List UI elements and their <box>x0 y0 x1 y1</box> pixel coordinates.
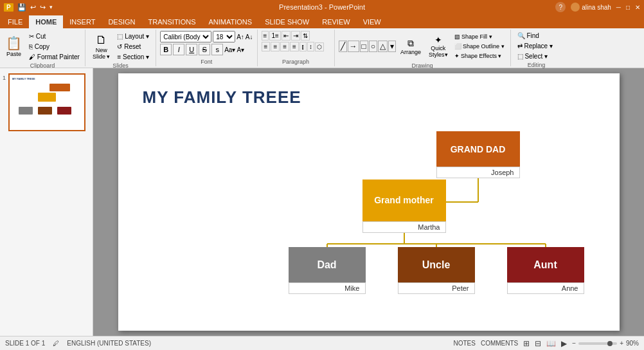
tab-design[interactable]: DESIGN <box>102 15 141 28</box>
zoom-in-btn[interactable]: + <box>620 340 623 347</box>
thumb-granddad <box>49 84 70 91</box>
slide-canvas[interactable]: MY FAMILY TREEE GRAND DAD <box>118 73 620 331</box>
shape-arrow[interactable]: → <box>348 41 359 52</box>
notes-btn[interactable]: NOTES <box>454 340 476 347</box>
granddad-name: Joseph <box>436 167 520 178</box>
tab-insert[interactable]: INSERT <box>63 15 102 28</box>
shape-more[interactable]: ▾ <box>388 41 396 52</box>
indent-more-btn[interactable]: ⇥ <box>291 31 300 41</box>
editing-label: Editing <box>515 62 559 68</box>
shape-outline-btn[interactable]: ⬜ Shape Outline ▾ <box>452 42 506 51</box>
title-bar: P 💾 ↩ ↪ ▾ Presentation3 - PowerPoint ? a… <box>0 0 644 14</box>
copy-btn[interactable]: ⎘ Copy <box>26 42 82 51</box>
bullets-btn[interactable]: ≡ <box>262 31 269 41</box>
char-spacing-btn[interactable]: Aa▾ <box>224 46 235 53</box>
close-btn[interactable]: ✕ <box>635 4 640 11</box>
comments-btn[interactable]: COMMENTS <box>481 340 518 347</box>
shape-effects-btn[interactable]: ✦ Shape Effects ▾ <box>452 51 506 60</box>
undo-icon[interactable]: ↩ <box>30 3 36 12</box>
language: ENGLISH (UNITED STATES) <box>67 340 151 347</box>
tab-animations[interactable]: ANIMATIONS <box>202 15 259 28</box>
text-direction-btn[interactable]: ⇅ <box>301 31 310 41</box>
convert-smartart-btn[interactable]: ⬡ <box>315 42 324 51</box>
format-painter-btn[interactable]: 🖌 Format Painter <box>26 52 82 62</box>
font-label: Font <box>160 59 253 65</box>
zoom-level: 90% <box>626 340 639 347</box>
underline-btn[interactable]: U <box>186 44 197 55</box>
tab-slideshow[interactable]: SLIDE SHOW <box>258 15 316 28</box>
thumb-uncle <box>38 107 52 115</box>
shape-triangle[interactable]: △ <box>378 41 388 52</box>
notes-icon[interactable]: 🖊 <box>53 340 59 347</box>
decrease-font-btn[interactable]: A↓ <box>246 33 253 41</box>
font-size-select[interactable]: 18 <box>213 31 235 42</box>
maximize-btn[interactable]: □ <box>626 4 630 11</box>
align-right-btn[interactable]: ≡ <box>280 42 289 51</box>
tab-home[interactable]: HOME <box>29 15 63 28</box>
save-icon[interactable]: 💾 <box>17 3 26 12</box>
slide-canvas-wrap: MY FAMILY TREEE GRAND DAD <box>93 68 644 336</box>
slideshow-btn[interactable]: ▶ <box>561 339 567 348</box>
arrange-btn[interactable]: ⧉ Arrange <box>397 31 424 62</box>
slide-panel-num: 1 <box>3 75 6 81</box>
tab-transitions[interactable]: TRANSITIONS <box>142 15 202 28</box>
replace-btn[interactable]: ⇄ Replace ▾ <box>515 41 559 51</box>
minimize-btn[interactable]: ─ <box>616 4 621 11</box>
increase-font-btn[interactable]: A↑ <box>237 33 244 41</box>
shape-rect[interactable]: □ <box>360 41 368 52</box>
section-btn[interactable]: ≡ Section ▾ <box>114 52 152 62</box>
shape-line[interactable]: ╱ <box>339 41 347 52</box>
justify-btn[interactable]: ≡ <box>290 42 299 51</box>
shape-fill-btn[interactable]: ▧ Shape Fill ▾ <box>452 32 506 41</box>
bold-btn[interactable]: B <box>160 44 172 55</box>
strikethrough-btn[interactable]: S <box>199 44 210 55</box>
user-avatar <box>571 3 580 12</box>
select-btn[interactable]: ⬚ Select ▾ <box>515 51 559 61</box>
dad-name: Mike <box>289 282 366 294</box>
app-logo: P <box>4 3 13 12</box>
layout-btn[interactable]: ⬚ Layout ▾ <box>114 32 152 41</box>
reset-btn[interactable]: ↺ Reset <box>114 42 152 51</box>
align-left-btn[interactable]: ≡ <box>262 42 271 51</box>
help-btn[interactable]: ? <box>555 2 566 12</box>
font-family-select[interactable]: Calibri (Body) <box>160 31 211 42</box>
italic-btn[interactable]: I <box>173 44 184 55</box>
zoom-slider[interactable] <box>578 342 617 345</box>
font-color-btn[interactable]: A▾ <box>237 46 244 53</box>
slide-thumbnail[interactable]: MY FAMILY TREEE <box>8 73 85 131</box>
text-columns-btn[interactable]: ⫿ <box>300 42 307 51</box>
tab-view[interactable]: VIEW <box>357 15 388 28</box>
paste-btn[interactable]: 📋 Paste <box>3 31 25 62</box>
zoom-thumb <box>607 341 613 346</box>
quick-access-more[interactable]: ▾ <box>49 4 53 10</box>
quick-styles-btn[interactable]: ✦ Quick Styles▾ <box>425 31 451 62</box>
numbering-btn[interactable]: 1≡ <box>269 31 280 41</box>
slide-sorter-btn[interactable]: ⊟ <box>535 339 541 348</box>
redo-icon[interactable]: ↪ <box>40 3 46 12</box>
ribbon-group-editing: 🔍 Find ⇄ Replace ▾ ⬚ Select ▾ Editing <box>511 30 562 66</box>
new-slide-btn[interactable]: 🗋 New Slide ▾ <box>89 31 114 62</box>
zoom-control: − + 90% <box>572 340 639 347</box>
aunt-name: Anne <box>507 282 584 294</box>
grandmom-name: Martha <box>362 221 446 233</box>
normal-view-btn[interactable]: ⊞ <box>523 339 530 348</box>
reading-view-btn[interactable]: 📖 <box>546 339 556 348</box>
tab-file[interactable]: FILE <box>1 15 29 28</box>
align-text-btn[interactable]: ↕ <box>307 42 314 51</box>
cut-btn[interactable]: ✂ Cut <box>26 32 82 41</box>
thumb-dad <box>19 107 33 115</box>
uncle-node: Uncle Peter <box>398 247 475 294</box>
status-bar: SLIDE 1 OF 1 🖊 ENGLISH (UNITED STATES) N… <box>0 336 644 350</box>
window-title: Presentation3 - PowerPoint <box>279 3 365 11</box>
zoom-out-btn[interactable]: − <box>572 340 576 347</box>
ribbon-group-slides: 🗋 New Slide ▾ ⬚ Layout ▾ ↺ Reset ≡ Secti… <box>85 30 156 66</box>
dad-node: Dad Mike <box>289 247 366 294</box>
shape-oval[interactable]: ○ <box>369 41 377 52</box>
thumb-grandmom <box>38 93 56 102</box>
ribbon-tabs: FILE HOME INSERT DESIGN TRANSITIONS ANIM… <box>0 14 644 28</box>
tab-review[interactable]: REVIEW <box>316 15 356 28</box>
align-center-btn[interactable]: ≡ <box>271 42 280 51</box>
shadow-btn[interactable]: s <box>211 44 223 55</box>
find-btn[interactable]: 🔍 Find <box>515 31 559 41</box>
indent-less-btn[interactable]: ⇤ <box>282 31 291 41</box>
